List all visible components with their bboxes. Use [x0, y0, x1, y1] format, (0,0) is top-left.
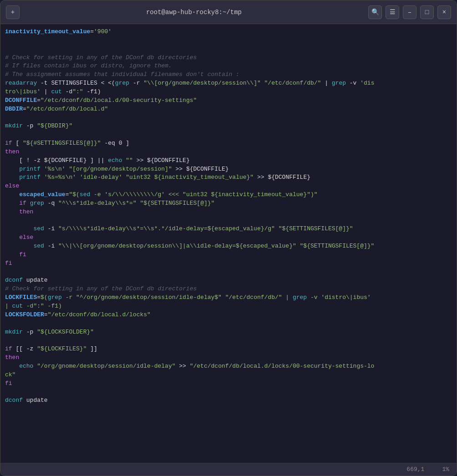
code-line: # Check for setting in any of the DConf …	[5, 54, 452, 62]
code-line: DCONFFILE="/etc/dconf/db/local.d/00-secu…	[5, 96, 452, 105]
menu-button[interactable]: ☰	[386, 5, 399, 19]
code-line: # If files contain ibus or distro, ignor…	[5, 62, 452, 71]
code-line: dconf update	[5, 276, 452, 285]
code-line: [ ! -z ${DCONFFILE} ] || echo "" >> ${DC…	[5, 157, 452, 165]
scroll-percent: 1%	[442, 466, 449, 473]
code-line: LOCKFILES=$(grep -r "^/org/gnome/desktop…	[5, 294, 452, 302]
code-line	[5, 36, 452, 45]
code-line: else	[5, 182, 452, 191]
code-line: mkdir -p "${LOCKSFOLDER}"	[5, 328, 452, 337]
search-icon: 🔍	[371, 8, 379, 16]
code-line: sed -i "s/\\\\s*idle-delay\\s*=\\s*.*/id…	[5, 225, 452, 233]
code-line	[5, 217, 452, 225]
code-line: | cut -d":" -f1)	[5, 302, 452, 311]
close-icon: ×	[442, 9, 446, 16]
code-line	[5, 131, 452, 139]
minimize-button[interactable]: –	[403, 5, 416, 19]
window-title: root@awp-hub-rocky8:~/tmp	[20, 9, 368, 16]
titlebar-left: +	[6, 5, 20, 19]
code-line: mkdir -p "${DBDIR}"	[5, 122, 452, 131]
code-line: LOCKSFOLDER="/etc/dconf/db/local.d/locks…	[5, 311, 452, 319]
code-line: printf '%s\n' "[org/gnome/desktop/sessio…	[5, 165, 452, 174]
code-line: dconf update	[5, 396, 452, 405]
code-line: else	[5, 233, 452, 242]
code-line: fi	[5, 251, 452, 259]
terminal-window: + root@awp-hub-rocky8:~/tmp 🔍 ☰ – □ × in…	[0, 0, 457, 476]
code-line: then	[5, 354, 452, 362]
code-line: readarray -t SETTINGSFILES < <(grep -r "…	[5, 79, 452, 88]
code-line: ck"	[5, 371, 452, 380]
code-line: DBDIR="/etc/dconf/db/local.d"	[5, 105, 452, 114]
code-line: then	[5, 208, 452, 217]
code-line: fi	[5, 259, 452, 268]
code-line: # The assignment assumes that individual…	[5, 71, 452, 79]
titlebar: + root@awp-hub-rocky8:~/tmp 🔍 ☰ – □ ×	[0, 0, 457, 24]
terminal-content[interactable]: inactivity_timeout_value='900' # Check f…	[0, 24, 457, 463]
status-spacer	[424, 466, 442, 473]
code-line	[5, 319, 452, 328]
code-line: tro\|ibus' | cut -d":" -f1)	[5, 88, 452, 96]
code-line: printf '%s=%s\n' 'idle-delay' "uint32 ${…	[5, 173, 452, 182]
code-line	[5, 45, 452, 54]
cursor-position: 669,1	[406, 466, 424, 473]
code-line: if grep -q "^\\s*idle-delay\\s*=" "${SET…	[5, 199, 452, 208]
minimize-icon: –	[408, 9, 411, 16]
code-line: fi	[5, 380, 452, 388]
titlebar-right: 🔍 ☰ – □ ×	[368, 5, 451, 19]
code-line: # Check for setting in any of the DConf …	[5, 285, 452, 294]
code-line: escaped_value="$(sed -e 's/\\/\\\\\\\\/g…	[5, 191, 452, 199]
close-button[interactable]: ×	[437, 5, 451, 19]
new-tab-button[interactable]: +	[6, 5, 20, 19]
code-line	[5, 268, 452, 277]
search-button[interactable]: 🔍	[368, 5, 382, 19]
code-line: inactivity_timeout_value='900'	[5, 28, 452, 36]
code-line	[5, 113, 452, 122]
code-line: echo "/org/gnome/desktop/session/idle-de…	[5, 362, 452, 371]
maximize-button[interactable]: □	[420, 5, 434, 19]
code-line: if [[ -z "${LOCKFILES}" ]]	[5, 345, 452, 354]
plus-icon: +	[11, 9, 15, 16]
code-line: sed -i "\\|\\[org/gnome/desktop/session\…	[5, 242, 452, 251]
code-line	[5, 388, 452, 396]
maximize-icon: □	[425, 9, 429, 16]
code-line: then	[5, 148, 452, 157]
statusbar: 669,1 1%	[0, 463, 457, 476]
code-line	[5, 336, 452, 345]
menu-icon: ☰	[390, 8, 396, 16]
code-line: if [ "${#SETTINGSFILES[@]}" -eq 0 ]	[5, 139, 452, 148]
